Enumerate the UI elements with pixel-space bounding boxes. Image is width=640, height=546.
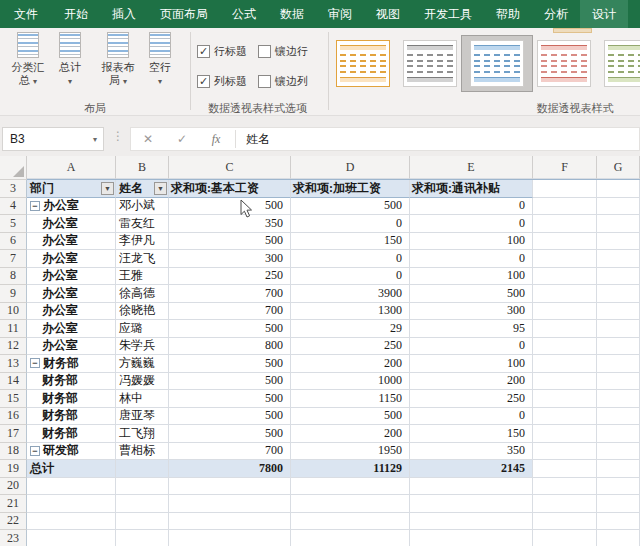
banded-columns-checkbox[interactable]: 镶边列	[258, 74, 308, 89]
cell[interactable]	[533, 513, 597, 531]
cell[interactable]	[597, 390, 640, 408]
cell[interactable]	[533, 460, 597, 478]
cell-allowance[interactable]: 300	[410, 303, 533, 321]
cell[interactable]	[597, 373, 640, 391]
tab-view[interactable]: 视图	[364, 0, 412, 28]
cell-overtime[interactable]: 0	[291, 215, 410, 233]
cell[interactable]	[533, 530, 597, 546]
cell-name[interactable]: 冯媛媛	[116, 373, 169, 391]
cell-overtime[interactable]: 500	[291, 198, 410, 216]
cell-overtime[interactable]: 200	[291, 425, 410, 443]
tab-developer[interactable]: 开发工具	[412, 0, 484, 28]
cell[interactable]	[597, 215, 640, 233]
cell-overtime[interactable]: 1950	[291, 443, 410, 461]
cell-allowance[interactable]: 0	[410, 215, 533, 233]
cell-c19-total-base[interactable]: 7800	[169, 460, 291, 478]
cell-name[interactable]: 邓小斌	[116, 198, 169, 216]
cell[interactable]	[597, 285, 640, 303]
column-header-e[interactable]: E	[410, 156, 533, 179]
cell-name[interactable]: 应璐	[116, 320, 169, 338]
cell-allowance[interactable]: 100	[410, 268, 533, 286]
cell-name[interactable]: 方巍巍	[116, 355, 169, 373]
cell-base[interactable]: 500	[169, 408, 291, 426]
cell[interactable]	[597, 180, 640, 198]
cell[interactable]	[597, 460, 640, 478]
cell[interactable]	[597, 513, 640, 531]
row-number[interactable]: 7	[0, 250, 27, 268]
cell-base[interactable]: 500	[169, 233, 291, 251]
cell[interactable]	[116, 478, 169, 496]
pivot-style-light-gray[interactable]	[403, 40, 457, 87]
tab-home[interactable]: 开始	[52, 0, 100, 28]
cell[interactable]	[597, 250, 640, 268]
cell[interactable]	[27, 513, 116, 531]
cell-a19-total-label[interactable]: 总计	[27, 460, 116, 478]
cell-name[interactable]: 徐晓艳	[116, 303, 169, 321]
cell-allowance[interactable]: 250	[410, 390, 533, 408]
cell[interactable]	[597, 233, 640, 251]
cell-dept[interactable]: − 研发部	[27, 443, 116, 461]
cell[interactable]	[169, 495, 291, 513]
cell[interactable]	[597, 355, 640, 373]
cell-dept[interactable]: 办公室	[27, 268, 116, 286]
cell-base[interactable]: 500	[169, 390, 291, 408]
cell[interactable]	[410, 530, 533, 546]
cell[interactable]	[597, 198, 640, 216]
cell-overtime[interactable]: 0	[291, 268, 410, 286]
cell[interactable]	[533, 250, 597, 268]
cell[interactable]	[116, 530, 169, 546]
cell-dept[interactable]: − 办公室	[27, 198, 116, 216]
cell[interactable]	[116, 495, 169, 513]
cell[interactable]	[533, 180, 597, 198]
subtotals-button[interactable]: 分类汇 总 ▾	[6, 32, 50, 88]
cell-dept[interactable]: 财务部	[27, 390, 116, 408]
row-number[interactable]: 14	[0, 373, 27, 391]
cell[interactable]	[597, 495, 640, 513]
row-number[interactable]: 5	[0, 215, 27, 233]
cell-base[interactable]: 700	[169, 285, 291, 303]
cell[interactable]	[597, 530, 640, 546]
cell[interactable]	[533, 495, 597, 513]
grand-totals-button[interactable]: 总计 ▾	[48, 32, 92, 88]
cell-dept[interactable]: 办公室	[27, 250, 116, 268]
cell-name[interactable]: 李伊凡	[116, 233, 169, 251]
cell-a3-dept-header[interactable]: 部门 ▼	[27, 180, 116, 198]
cell-name[interactable]: 唐亚琴	[116, 408, 169, 426]
cell[interactable]	[116, 460, 169, 478]
cell[interactable]	[533, 268, 597, 286]
cell[interactable]	[533, 285, 597, 303]
cell[interactable]	[533, 390, 597, 408]
column-header-d[interactable]: D	[291, 156, 410, 179]
cell[interactable]	[410, 495, 533, 513]
cell[interactable]	[410, 513, 533, 531]
cell-name[interactable]: 王雅	[116, 268, 169, 286]
pivot-style-light-red[interactable]	[537, 40, 591, 87]
cell-name[interactable]: 朱学兵	[116, 338, 169, 356]
cell-dept[interactable]: 财务部	[27, 408, 116, 426]
row-number[interactable]: 10	[0, 303, 27, 321]
cell-dept[interactable]: 财务部	[27, 425, 116, 443]
row-number[interactable]: 22	[0, 513, 27, 531]
tab-file[interactable]: 文件	[0, 0, 52, 28]
cell-overtime[interactable]: 1300	[291, 303, 410, 321]
cell-name[interactable]: 徐高德	[116, 285, 169, 303]
cell[interactable]	[169, 478, 291, 496]
cell-name[interactable]: 汪龙飞	[116, 250, 169, 268]
row-number[interactable]: 21	[0, 495, 27, 513]
cell-allowance[interactable]: 0	[410, 338, 533, 356]
tab-review[interactable]: 审阅	[316, 0, 364, 28]
cell[interactable]	[169, 530, 291, 546]
cell[interactable]	[533, 338, 597, 356]
tab-help[interactable]: 帮助	[484, 0, 532, 28]
cell-allowance[interactable]: 0	[410, 198, 533, 216]
pivot-style-light-green[interactable]	[604, 40, 640, 87]
cell-d19-total-overtime[interactable]: 11129	[291, 460, 410, 478]
cell-allowance[interactable]: 100	[410, 355, 533, 373]
cell-base[interactable]: 800	[169, 338, 291, 356]
cell-c3-sum-base-salary[interactable]: 求和项:基本工资	[169, 180, 291, 198]
cell-allowance[interactable]: 500	[410, 285, 533, 303]
cell-base[interactable]: 500	[169, 355, 291, 373]
column-header-b[interactable]: B	[116, 156, 169, 179]
cell-d3-sum-overtime[interactable]: 求和项:加班工资	[291, 180, 410, 198]
cell-name[interactable]: 雷友红	[116, 215, 169, 233]
